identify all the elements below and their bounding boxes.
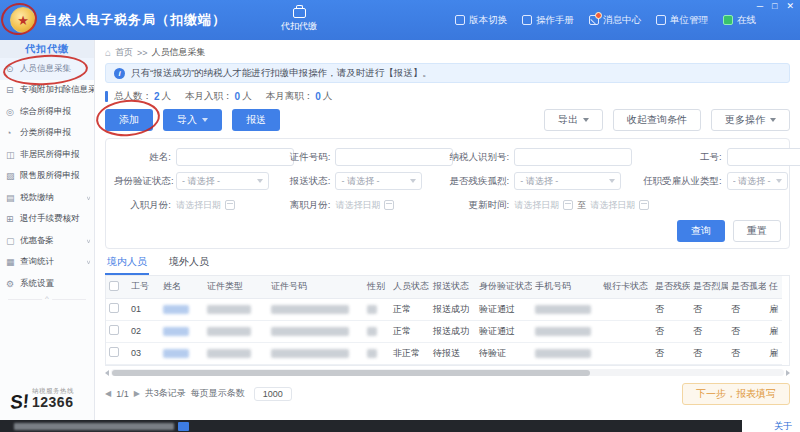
collapse-query-button[interactable]: 收起查询条件 <box>613 109 701 131</box>
scroll-right-icon[interactable] <box>786 370 790 376</box>
cell-verify-status: 待验证 <box>476 342 532 364</box>
close-button[interactable]: ✕ <box>786 2 794 11</box>
table-row: 01 正常 报送成功 验证通过 否 否 否 <box>106 298 782 320</box>
sidebar-item-query-statistics[interactable]: ▦ 查询统计 ∨ <box>0 252 94 274</box>
sidebar-item-restricted-shares[interactable]: ▨ 限售股所得申报 <box>0 166 94 188</box>
taskbar-app-icon[interactable] <box>178 422 189 431</box>
personnel-table: 工号 姓名 证件类型 证件号码 性别 人员状态 报送状态 身份验证状态 手机号码… <box>105 276 790 366</box>
menu-item-manual[interactable]: 操作手册 <box>522 14 574 27</box>
update-time-start-datepicker[interactable]: 请选择日期 <box>514 199 573 212</box>
menu-item-online-status[interactable]: 在线 <box>723 14 756 27</box>
col-is-disabled: 是否残疾 <box>652 276 690 298</box>
col-person-status: 人员状态 <box>390 276 430 298</box>
col-employee-no: 工号 <box>128 276 160 298</box>
caret-down-icon <box>410 179 416 183</box>
deduction-list-icon: ⊟ <box>6 85 17 95</box>
taskbar-window-preview[interactable] <box>14 423 174 430</box>
sidebar-item-classified-income[interactable]: ◔ 分类所得申报 <box>0 123 94 145</box>
breadcrumb-home[interactable]: 首页 <box>115 46 133 59</box>
tab-overseas-personnel[interactable]: 境外人员 <box>167 255 211 275</box>
national-emblem-logo: ★ <box>10 7 36 33</box>
sidebar-item-system-settings[interactable]: ⚙ 系统设置 <box>0 273 94 295</box>
breadcrumb-current: 人员信息采集 <box>152 46 206 59</box>
notification-badge <box>595 12 602 19</box>
employment-type-select[interactable]: - 请选择 - <box>727 172 788 190</box>
employee-no-input[interactable] <box>727 148 800 166</box>
more-actions-button[interactable]: 更多操作 <box>711 109 790 131</box>
update-time-end-datepicker[interactable]: 请选择日期 <box>590 199 649 212</box>
redacted-id-type <box>207 349 251 358</box>
chevron-down-icon: ∨ <box>86 195 91 201</box>
select-all-checkbox[interactable] <box>109 281 119 291</box>
stats-leave-label: 本月离职： <box>266 90 314 103</box>
scroll-left-icon[interactable] <box>105 370 109 376</box>
taxpayer-id-input[interactable] <box>514 148 632 166</box>
cell-employee-no: 01 <box>128 298 160 320</box>
sidebar-item-comprehensive-income[interactable]: ◎ 综合所得申报 <box>0 101 94 123</box>
export-button[interactable]: 导出 <box>544 109 603 131</box>
row-checkbox[interactable] <box>109 347 119 357</box>
cell-person-status: 非正常 <box>390 342 430 364</box>
sidebar: 代扣代缴 ⊙ 人员信息采集 ⊟ 专项附加扣除信息采集 ◎ 综合所得申报 ◔ 分类… <box>0 40 95 420</box>
cell-report-status: 报送成功 <box>430 298 476 320</box>
maximize-button[interactable]: □ <box>772 2 777 11</box>
menu-item-version-switch[interactable]: 版本切换 <box>455 14 507 27</box>
redacted-id-number <box>271 349 349 358</box>
calendar-icon <box>384 200 394 210</box>
report-button[interactable]: 报送 <box>232 109 280 131</box>
info-icon: i <box>114 68 125 79</box>
menu-item-unit-management[interactable]: 单位管理 <box>656 14 708 27</box>
leave-month-label: 离职月份: <box>277 199 335 212</box>
row-checkbox[interactable] <box>109 303 119 313</box>
caret-down-icon <box>257 179 263 183</box>
query-button[interactable]: 查询 <box>677 220 725 242</box>
sidebar-item-special-deduction[interactable]: ⊟ 专项附加扣除信息采集 <box>0 80 94 102</box>
tab-domestic-personnel[interactable]: 境内人员 <box>105 255 149 275</box>
add-button[interactable]: 添加 <box>105 109 153 131</box>
online-status-icon <box>723 15 733 25</box>
redacted-gender <box>367 327 377 336</box>
update-time-label: 更新时间: <box>430 199 514 212</box>
import-button[interactable]: 导入 <box>163 109 222 131</box>
reset-button[interactable]: 重置 <box>733 220 781 242</box>
sidebar-item-tax-payment[interactable]: ▤ 税款缴纳 ∨ <box>0 187 94 209</box>
leave-month-datepicker[interactable]: 请选择日期 <box>335 199 394 212</box>
cell-verify-status: 验证通过 <box>476 320 532 342</box>
cell-bank-card-status <box>600 320 652 342</box>
col-employment-truncated: 任 <box>766 276 782 298</box>
stats-join-label: 本月入职： <box>185 90 233 103</box>
name-input[interactable] <box>176 148 294 166</box>
join-month-datepicker[interactable]: 请选择日期 <box>176 199 235 212</box>
sidebar-item-preference-filing[interactable]: ▢ 优惠备案 ∨ <box>0 230 94 252</box>
row-checkbox[interactable] <box>109 325 119 335</box>
scrollbar-thumb[interactable] <box>112 370 590 376</box>
sidebar-item-personnel-info[interactable]: ⊙ 人员信息采集 <box>0 58 94 80</box>
prev-page-icon[interactable]: ◀ <box>105 389 111 398</box>
minimize-button[interactable]: ─ <box>757 2 763 11</box>
stats-total-value: 2 <box>154 91 160 102</box>
about-link[interactable]: 关于 <box>774 420 792 432</box>
table-row: 02 正常 报送成功 验证通过 否 否 否 <box>106 320 782 342</box>
disability-select[interactable]: - 请选择 - <box>514 172 620 190</box>
chevron-down-icon: ∨ <box>86 238 91 244</box>
date-range-joiner: 至 <box>577 199 586 212</box>
verify-status-select[interactable]: - 请选择 - <box>176 172 269 190</box>
module-tab-withholding[interactable]: 代扣代缴 <box>281 8 317 33</box>
taxpayer-id-label: 纳税人识别号: <box>430 151 514 164</box>
next-page-icon[interactable]: ▶ <box>134 389 140 398</box>
redacted-name <box>163 327 189 336</box>
sidebar-collapse-handle[interactable] <box>8 299 86 300</box>
calendar-icon <box>639 200 649 210</box>
main-content: ⌂ 首页 >> 人员信息采集 i 只有“报送成功”的纳税人才能进行扣缴申报操作，… <box>95 40 800 420</box>
sidebar-item-fee-refund-check[interactable]: ⊞ 退付手续费核对 <box>0 209 94 231</box>
report-status-label: 报送状态: <box>277 175 335 188</box>
cell-employee-no: 02 <box>128 320 160 342</box>
sidebar-item-nonresident-income[interactable]: ◫ 非居民所得申报 <box>0 144 94 166</box>
next-step-button[interactable]: 下一步，报表填写 <box>682 383 790 405</box>
stats-leave-value: 0 <box>315 91 321 102</box>
report-status-select[interactable]: - 请选择 - <box>335 172 422 190</box>
horizontal-scrollbar[interactable] <box>105 369 790 377</box>
refund-check-icon: ⊞ <box>6 214 17 224</box>
per-page-select[interactable]: 1000 <box>254 387 292 401</box>
menu-item-message-center[interactable]: 消息中心 <box>589 14 641 27</box>
